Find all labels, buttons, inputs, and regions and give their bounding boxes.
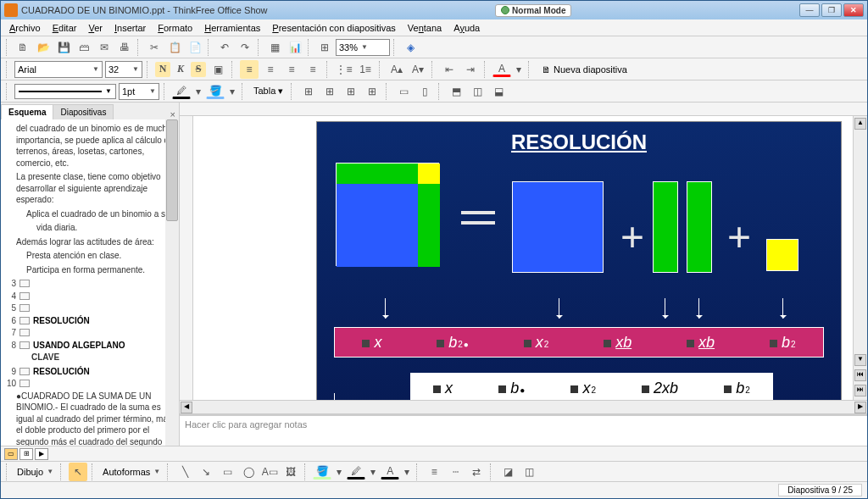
maximize-button[interactable]: ❐ <box>821 3 842 17</box>
ellipse-tool-icon[interactable]: ◯ <box>239 463 258 481</box>
view-normal-icon[interactable]: ▭ <box>4 448 18 460</box>
3d-style-icon[interactable]: ◫ <box>520 463 538 481</box>
close-button[interactable]: ✕ <box>843 3 864 17</box>
border-color-icon[interactable]: 🖉 <box>172 83 191 99</box>
line-weight-icon[interactable]: ≡ <box>425 463 443 481</box>
outline-slide-row[interactable]: 8USANDO ALGEPLANO <box>6 340 174 352</box>
arrow-style-icon[interactable]: ⇄ <box>467 463 486 481</box>
scroll-down-icon[interactable]: ▼ <box>854 354 866 366</box>
print-icon[interactable]: 🖶 <box>115 38 134 57</box>
textbox-tool-icon[interactable]: A▭ <box>260 463 279 481</box>
border-color-arrow[interactable]: ▾ <box>193 82 203 101</box>
panel-close-icon[interactable]: × <box>167 109 179 119</box>
bullets-icon[interactable]: ⋮≡ <box>335 60 353 79</box>
view-sorter-icon[interactable]: ⊞ <box>19 448 33 460</box>
slide[interactable]: RESOLUCIÓN + + <box>316 121 842 400</box>
outline-scrollbar[interactable] <box>165 119 179 446</box>
draw-menu[interactable]: Dibujo▼ <box>14 463 56 480</box>
font-combo[interactable]: Arial▼ <box>14 61 103 78</box>
zoom-combo[interactable]: 33%▼ <box>336 39 390 56</box>
scroll-left-icon[interactable]: ◀ <box>181 402 192 413</box>
arrow-tool-icon[interactable]: ↘ <box>197 463 215 481</box>
undo-icon[interactable]: ↶ <box>215 38 234 57</box>
menu-file[interactable]: Archivo <box>4 21 46 35</box>
menu-window[interactable]: Ventana <box>403 21 447 35</box>
cut-icon[interactable]: ✂ <box>145 38 164 57</box>
menu-view[interactable]: Ver <box>83 21 108 35</box>
view-slideshow-icon[interactable]: ▶ <box>35 448 48 460</box>
line-tool-icon[interactable]: ╲ <box>175 463 194 481</box>
slide-canvas[interactable]: RESOLUCIÓN + + <box>193 116 853 400</box>
menu-insert[interactable]: Insertar <box>109 21 151 35</box>
fill-color-bottom-arrow[interactable]: ▾ <box>334 463 344 481</box>
table-icon[interactable]: ▦ <box>265 38 284 57</box>
menu-tools[interactable]: Herramientas <box>199 21 265 35</box>
mail-icon[interactable]: ✉ <box>95 38 114 57</box>
autoshapes-menu[interactable]: Autoformas▼ <box>100 463 163 480</box>
insert-col-left-icon[interactable]: ⊞ <box>342 82 360 101</box>
line-width-combo[interactable]: 1pt▼ <box>119 83 159 100</box>
menu-format[interactable]: Formato <box>153 21 198 35</box>
shadow-style-icon[interactable]: ◪ <box>498 463 517 481</box>
tab-outline[interactable]: Esquema <box>1 104 53 119</box>
line-dash-icon[interactable]: ┄ <box>446 463 465 481</box>
numbering-icon[interactable]: 1≡ <box>356 60 375 79</box>
merge-cells-icon[interactable]: ▭ <box>394 82 413 101</box>
new-doc-icon[interactable]: 🗎 <box>14 38 32 57</box>
save-as-icon[interactable]: 🗃 <box>75 38 93 57</box>
outline-slide-row[interactable]: 4 <box>6 291 174 302</box>
text-color-bottom-arrow[interactable]: ▾ <box>402 463 412 481</box>
line-color-bottom-arrow[interactable]: ▾ <box>368 463 378 481</box>
fill-color-icon[interactable]: 🪣 <box>206 83 225 99</box>
menu-slideshow[interactable]: Presentación con diapositivas <box>267 21 401 35</box>
fill-color-bottom-icon[interactable]: 🪣 <box>313 463 331 480</box>
valign-bottom-icon[interactable]: ⬓ <box>489 82 508 101</box>
font-size-combo[interactable]: 32▼ <box>105 61 142 78</box>
align-left-icon[interactable]: ≡ <box>240 60 259 79</box>
font-color-icon[interactable]: A <box>492 61 511 77</box>
mode-badge[interactable]: Normal Mode <box>495 4 571 17</box>
scroll-right-icon[interactable]: ▶ <box>854 402 866 413</box>
outline-slide-row[interactable]: 7 <box>6 327 174 339</box>
fill-color-arrow[interactable]: ▾ <box>227 82 237 101</box>
tab-slides[interactable]: Diapositivas <box>53 104 114 119</box>
align-right-icon[interactable]: ≡ <box>282 60 301 79</box>
line-style-preview[interactable]: ▼ <box>14 84 116 99</box>
open-icon[interactable]: 📂 <box>34 38 53 57</box>
notes-placeholder[interactable]: Hacer clic para agregar notas <box>180 416 867 446</box>
chart-icon[interactable]: 📊 <box>286 38 304 57</box>
align-center-icon[interactable]: ≡ <box>261 60 280 79</box>
italic-button[interactable]: K <box>173 62 188 77</box>
select-icon[interactable]: ↖ <box>69 463 87 481</box>
increase-font-icon[interactable]: A▴ <box>387 60 406 79</box>
minimize-button[interactable]: — <box>799 3 820 17</box>
table-menu[interactable]: Tabla ▾ <box>250 86 287 97</box>
outline-body[interactable]: del cuadrado de un binomio es de mucha i… <box>1 119 179 446</box>
bold-button[interactable]: N <box>155 62 170 77</box>
text-color-bottom-icon[interactable]: A <box>381 463 399 480</box>
menu-edit[interactable]: Editar <box>47 21 82 35</box>
canvas-scrollbar-v[interactable]: ▲ ▼ ⏮ ⏭ <box>853 116 867 400</box>
font-color-arrow[interactable]: ▾ <box>514 60 524 79</box>
decrease-font-icon[interactable]: A▾ <box>409 60 427 79</box>
next-slide-icon[interactable]: ⏭ <box>854 385 866 396</box>
insert-row-above-icon[interactable]: ⊞ <box>299 82 318 101</box>
strikethrough-button[interactable]: S <box>191 62 206 77</box>
canvas-scrollbar-h[interactable]: ◀ ▶ <box>180 400 867 413</box>
help-icon[interactable]: ◈ <box>401 38 420 57</box>
outline-slide-row[interactable]: 6RESOLUCIÓN <box>6 315 174 327</box>
scroll-up-icon[interactable]: ▲ <box>854 118 866 130</box>
split-cells-icon[interactable]: ▯ <box>415 82 434 101</box>
outline-slide-row[interactable]: 3 <box>6 278 174 290</box>
picture-tool-icon[interactable]: 🖼 <box>281 463 300 481</box>
redo-icon[interactable]: ↷ <box>236 38 254 57</box>
grid-icon[interactable]: ⊞ <box>315 38 334 57</box>
insert-col-right-icon[interactable]: ⊞ <box>363 82 381 101</box>
insert-row-below-icon[interactable]: ⊞ <box>320 82 339 101</box>
paste-icon[interactable]: 📄 <box>186 38 204 57</box>
align-justify-icon[interactable]: ≡ <box>303 60 322 79</box>
outdent-icon[interactable]: ⇤ <box>440 60 459 79</box>
copy-icon[interactable]: 📋 <box>165 38 184 57</box>
valign-middle-icon[interactable]: ◫ <box>468 82 487 101</box>
indent-icon[interactable]: ⇥ <box>461 60 480 79</box>
